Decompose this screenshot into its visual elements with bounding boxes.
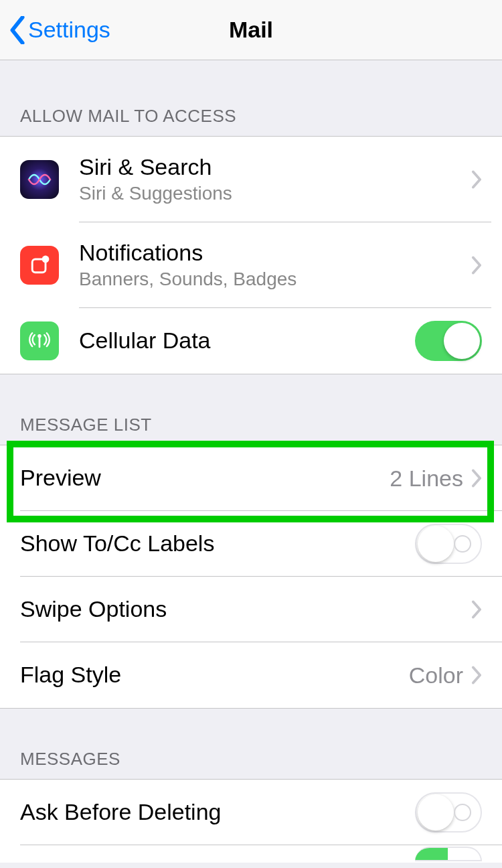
chevron-right-icon <box>471 170 482 189</box>
notifications-label: Notifications <box>79 240 471 266</box>
show-to-cc-toggle[interactable] <box>415 524 482 564</box>
chevron-right-icon <box>471 256 482 275</box>
cellular-toggle[interactable] <box>415 321 482 361</box>
back-label: Settings <box>28 17 110 43</box>
svg-point-3 <box>37 334 41 338</box>
preview-value: 2 Lines <box>390 465 463 492</box>
siri-sub: Siri & Suggestions <box>79 183 471 204</box>
section-header-allow-access: ALLOW MAIL TO ACCESS <box>0 106 502 136</box>
row-flag-style[interactable]: Flag Style Color <box>0 642 502 708</box>
chevron-left-icon <box>9 16 25 44</box>
swipe-label: Swipe Options <box>20 596 471 622</box>
flag-label: Flag Style <box>20 662 409 688</box>
siri-label: Siri & Search <box>79 154 471 180</box>
svg-point-1 <box>42 256 50 263</box>
ask-delete-label: Ask Before Deleting <box>20 799 415 825</box>
row-preview[interactable]: Preview 2 Lines <box>0 445 502 511</box>
group-allow-access: Siri & Search Siri & Suggestions Notific… <box>0 136 502 374</box>
siri-icon <box>20 160 59 199</box>
group-messages: Ask Before Deleting <box>0 779 502 863</box>
ask-delete-toggle[interactable] <box>415 792 482 833</box>
row-partial-cutoff <box>0 845 502 863</box>
partial-toggle[interactable] <box>415 847 482 861</box>
row-siri-search[interactable]: Siri & Search Siri & Suggestions <box>0 137 502 222</box>
cellular-icon <box>20 321 59 360</box>
back-button[interactable]: Settings <box>0 16 110 44</box>
notifications-icon <box>20 246 59 285</box>
chevron-right-icon <box>471 600 482 619</box>
row-notifications[interactable]: Notifications Banners, Sounds, Badges <box>0 222 502 308</box>
flag-value: Color <box>409 662 463 689</box>
notifications-sub: Banners, Sounds, Badges <box>79 269 471 290</box>
section-header-messages: MESSAGES <box>0 749 502 779</box>
chevron-right-icon <box>471 666 482 684</box>
nav-bar: Settings Mail <box>0 0 502 60</box>
show-to-cc-label: Show To/Cc Labels <box>20 530 415 557</box>
cellular-label: Cellular Data <box>79 328 415 354</box>
row-ask-before-deleting: Ask Before Deleting <box>0 780 502 845</box>
group-message-list: Preview 2 Lines Show To/Cc Labels Swipe … <box>0 445 502 709</box>
preview-label: Preview <box>20 465 390 491</box>
section-header-message-list: MESSAGE LIST <box>0 415 502 445</box>
row-show-to-cc: Show To/Cc Labels <box>0 511 502 577</box>
row-swipe-options[interactable]: Swipe Options <box>0 577 502 642</box>
chevron-right-icon <box>471 469 482 488</box>
row-cellular-data: Cellular Data <box>0 308 502 374</box>
